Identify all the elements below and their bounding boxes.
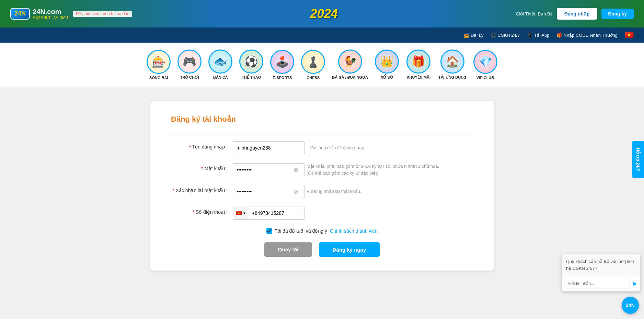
khuyenmai-icon: 🎁 (406, 50, 430, 74)
nav-item-xoso[interactable]: 👑 XỔ SỐ (371, 48, 402, 81)
xoso-icon: 👑 (375, 50, 399, 74)
banca-label: BẮN CÁ (213, 75, 228, 80)
register-form-container: Đăng ký tài khoản * Tên đăng nhập : Vui … (150, 101, 494, 271)
vip-label: VIP CLUB (476, 76, 494, 80)
username-label: * Tên đăng nhập : (171, 141, 233, 150)
chat-input[interactable] (565, 279, 630, 284)
dai-ly-icon: 📻 (463, 33, 469, 38)
trochoi-label: TRÒ CHƠI (180, 75, 199, 80)
banca-icon: 🐟 (208, 50, 232, 74)
nav-bar: 🎰 SÒNG BÀI 🎮 TRÒ CHƠI 🐟 BẮN CÁ ⚽ THỂ THA… (0, 43, 644, 87)
daga-icon: 🐓 (338, 50, 362, 74)
vip-icon: 💎 (473, 50, 497, 74)
songbai-label: SÒNG BÀI (149, 76, 168, 80)
tailung-label: TẢI ỨNG DỤNG (438, 75, 467, 80)
password-toggle-icon[interactable]: ⊘ (294, 166, 298, 173)
logo-sub: MỘT PHÚT LÀM GIÀU (33, 16, 68, 20)
phone-input-wrapper: 🇻🇳 ▼ (233, 207, 305, 220)
thethao-icon: ⚽ (239, 50, 263, 74)
username-hint: Vui lòng điền ID đăng nhập (310, 144, 364, 151)
checkbox-row: Tôi đã đủ tuổi và đồng ý Chính sách thàn… (171, 228, 473, 234)
nhap-code-link[interactable]: 🎁 Nhập CODE Nhận Thưởng (556, 33, 618, 38)
main-content: Đăng ký tài khoản * Tên đăng nhập : Vui … (0, 87, 644, 284)
logo-box: 24N (10, 8, 30, 20)
esports-icon: 🕹️ (270, 50, 294, 74)
nav-item-thethao[interactable]: ⚽ THỂ THAO (236, 48, 267, 81)
flag-dropdown-arrow: ▼ (243, 211, 246, 215)
nav-item-vip[interactable]: 💎 VIP CLUB (470, 48, 501, 81)
anti-fraud-text: Đề phòng và tránh bị lừa đảo (73, 11, 132, 17)
phone-input-area: 🇻🇳 ▼ (233, 207, 473, 220)
nav-item-trochoi[interactable]: 🎮 TRÒ CHƠI (174, 48, 205, 81)
password-label: * Mật khẩu : (171, 163, 233, 171)
password-hint: Mật khẩu phải bao gồm từ 8~20 ký tự / số… (307, 163, 444, 176)
confirm-input-wrapper: ⊘ (233, 185, 301, 198)
nav-item-daga[interactable]: 🐓 ĐÁ GÀ / ĐUA NGỰA (329, 48, 371, 81)
form-buttons: Quay lại Đăng ký ngay (171, 242, 473, 257)
year-display: 2024 (310, 7, 338, 21)
username-input-area: Vui lòng điền ID đăng nhập (233, 141, 473, 154)
form-title: Đăng ký tài khoản (171, 115, 473, 124)
daga-label: ĐÁ GÀ / ĐUA NGỰA (332, 75, 368, 80)
username-input[interactable] (233, 141, 305, 154)
vn-flag: 🇻🇳 (624, 31, 634, 40)
header-right: Giới Thiệu Bạn Bè Đăng nhập Đăng ký (516, 8, 634, 20)
nav-item-khuyenmai[interactable]: 🎁 KHUYẾN MÃI (402, 48, 435, 81)
confirm-label: * Xác nhận lại mật khẩu : (171, 185, 233, 193)
esports-label: E-SPORTS (273, 76, 292, 80)
confirm-toggle-icon[interactable]: ⊘ (294, 188, 298, 195)
nav-item-esports[interactable]: 🕹️ E-SPORTS (267, 48, 298, 81)
thethao-label: THỂ THAO (242, 75, 261, 80)
nav-item-banca[interactable]: 🐟 BẮN CÁ (205, 48, 236, 81)
khuyenmai-label: KHUYẾN MÃI (407, 75, 430, 80)
header: 24N 24N.com MỘT PHÚT LÀM GIÀU Đề phòng v… (0, 0, 644, 28)
confirm-input-area: ⊘ Vui lòng nhập lại mật khẩu. (233, 185, 473, 198)
nav-item-chess[interactable]: ♟️ CHESS (298, 48, 329, 81)
chess-label: CHESS (307, 76, 320, 80)
headphone-icon: 🎧 (491, 33, 496, 38)
form-divider (171, 134, 473, 134)
nav-item-songbai[interactable]: 🎰 SÒNG BÀI (143, 48, 174, 81)
chat-message: Quý khách cần hỗ trợ vui lòng liên hệ CS… (562, 254, 640, 276)
songbai-icon: 🎰 (147, 50, 171, 74)
site-name: 24N.com (33, 8, 68, 16)
username-row: * Tên đăng nhập : Vui lòng điền ID đăng … (171, 141, 473, 154)
nav-item-tailung[interactable]: 🏠 TẢI ỨNG DỤNG (435, 48, 470, 81)
dai-ly-link[interactable]: 📻 Đại Lý (463, 33, 484, 38)
confirm-row: * Xác nhận lại mật khẩu : ⊘ Vui lòng nhậ… (171, 185, 473, 198)
chat-send-button[interactable]: ➤ (632, 279, 637, 284)
register-button[interactable]: Đăng ký ngay (319, 242, 380, 257)
register-header-button[interactable]: Đăng ký (601, 9, 634, 19)
vn-flag-icon: 🇻🇳 (236, 210, 242, 216)
chat-widget: Quý khách cần hỗ trợ vui lòng liên hệ CS… (562, 254, 641, 284)
password-input-wrapper: ⊘ (233, 163, 301, 176)
checkbox-text: Tôi đã đủ tuổi và đồng ý (275, 228, 327, 234)
gift-icon: 🎁 (556, 33, 562, 38)
password-input-area: ⊘ Mật khẩu phải bao gồm từ 8~20 ký tự / … (233, 163, 473, 176)
header-left: 24N 24N.com MỘT PHÚT LÀM GIÀU Đề phòng v… (10, 8, 132, 20)
policy-link[interactable]: Chính sách thành viên (330, 228, 378, 234)
phone-flag-selector[interactable]: 🇻🇳 ▼ (233, 207, 249, 219)
terms-checkbox[interactable] (266, 228, 272, 234)
chat-input-row: ➤ (562, 276, 640, 284)
password-row: * Mật khẩu : ⊘ Mật khẩu phải bao gồm từ … (171, 163, 473, 176)
back-button[interactable]: Quay lại (264, 242, 312, 257)
logo-area: 24N 24N.com MỘT PHÚT LÀM GIÀU (10, 8, 68, 20)
phone-row: * Số điện thoại : 🇻🇳 ▼ (171, 207, 473, 220)
cskh-link[interactable]: 🎧 CSKH 24/7 (491, 33, 520, 38)
side-support-tab[interactable]: Hỗ trợ 24/7 (632, 141, 644, 178)
phone-number-input[interactable] (249, 207, 305, 219)
intro-friends-link[interactable]: Giới Thiệu Bạn Bè (516, 11, 553, 16)
tai-app-link[interactable]: 📱 Tải App (527, 33, 550, 38)
xoso-label: XỔ SỐ (381, 75, 393, 80)
phone-icon: 📱 (527, 33, 532, 38)
confirm-hint: Vui lòng nhập lại mật khẩu. (307, 188, 361, 195)
sub-header: 📻 Đại Lý 🎧 CSKH 24/7 📱 Tải App 🎁 Nhập CO… (0, 28, 644, 43)
trochoi-icon: 🎮 (177, 50, 202, 74)
tailung-icon: 🏠 (440, 50, 464, 74)
phone-label: * Số điện thoại : (171, 207, 233, 215)
login-button[interactable]: Đăng nhập (557, 8, 597, 20)
chess-icon: ♟️ (301, 50, 325, 74)
